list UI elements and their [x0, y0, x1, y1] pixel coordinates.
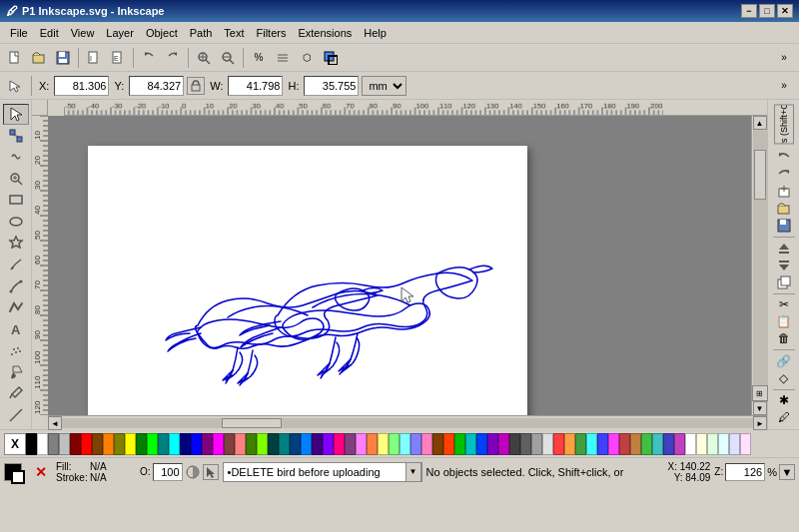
- align-button[interactable]: [272, 47, 294, 69]
- color-swatch[interactable]: [356, 433, 367, 455]
- color-swatch[interactable]: [553, 433, 564, 455]
- horizontal-scroll-track[interactable]: [62, 418, 753, 428]
- new-layer-button[interactable]: [771, 184, 797, 200]
- color-swatch[interactable]: [26, 433, 37, 455]
- color-swatch[interactable]: [597, 433, 608, 455]
- overflow-button[interactable]: »: [773, 47, 795, 69]
- save-button[interactable]: [52, 47, 74, 69]
- lower-layer-button[interactable]: [771, 258, 797, 273]
- raise-layer-button[interactable]: [771, 241, 797, 257]
- link-button[interactable]: 🔗: [771, 353, 797, 369]
- color-swatch[interactable]: [520, 433, 531, 455]
- redo-history-button[interactable]: [771, 167, 797, 183]
- zoom-dropdown-arrow[interactable]: ▼: [779, 464, 795, 480]
- color-swatch[interactable]: [542, 433, 553, 455]
- fill-button-right[interactable]: ◇: [771, 370, 797, 386]
- color-swatch[interactable]: [136, 433, 147, 455]
- vertical-scrollbar[interactable]: ▲ ⊞ ▼: [751, 116, 767, 415]
- eyedropper-tool[interactable]: [3, 383, 29, 404]
- menu-layer[interactable]: Layer: [100, 25, 140, 41]
- rect-tool[interactable]: [3, 190, 29, 211]
- lock-proportions-button[interactable]: [187, 77, 205, 95]
- zoom-tool[interactable]: [3, 169, 29, 190]
- scroll-down-button[interactable]: ▼: [753, 401, 767, 415]
- color-swatch[interactable]: [125, 433, 136, 455]
- color-swatch[interactable]: [509, 433, 520, 455]
- scroll-left-button[interactable]: ◄: [48, 416, 62, 430]
- color-swatch[interactable]: [114, 433, 125, 455]
- calligraphy-tool[interactable]: [3, 297, 29, 318]
- snap-button[interactable]: %: [248, 47, 270, 69]
- color-swatch[interactable]: [48, 433, 59, 455]
- undo-button[interactable]: [138, 47, 160, 69]
- w-input[interactable]: [228, 76, 283, 96]
- new-button[interactable]: [4, 47, 26, 69]
- color-swatch[interactable]: [235, 433, 246, 455]
- layers-panel-toggle[interactable]: Layers (Shift+Ctrl+L): [774, 104, 794, 144]
- color-swatch[interactable]: [147, 433, 158, 455]
- menu-view[interactable]: View: [65, 25, 101, 41]
- no-color-button[interactable]: X: [4, 433, 26, 455]
- color-swatch[interactable]: [268, 433, 279, 455]
- zoom-in-button[interactable]: [193, 47, 215, 69]
- import-button[interactable]: I: [83, 47, 105, 69]
- cut-button[interactable]: ✂: [771, 296, 797, 312]
- color-swatch[interactable]: [410, 433, 421, 455]
- color-swatch[interactable]: [213, 433, 224, 455]
- color-swatch[interactable]: [191, 433, 202, 455]
- menu-help[interactable]: Help: [358, 25, 393, 41]
- layer-dropdown-container[interactable]: •DELETE bird before uploading ▼: [223, 462, 422, 482]
- node-editor-button[interactable]: ⬡: [296, 47, 318, 69]
- color-swatch[interactable]: [400, 433, 410, 455]
- menu-file[interactable]: File: [4, 25, 34, 41]
- color-swatch[interactable]: [246, 433, 257, 455]
- color-swatch[interactable]: [575, 433, 586, 455]
- color-swatch[interactable]: [301, 433, 312, 455]
- open-file-button[interactable]: [771, 201, 797, 217]
- color-swatch[interactable]: [92, 433, 103, 455]
- unit-select[interactable]: mmpxinpt: [362, 76, 406, 96]
- color-swatch[interactable]: [729, 433, 740, 455]
- tweak-tool[interactable]: [3, 147, 29, 168]
- color-swatch[interactable]: [312, 433, 323, 455]
- color-swatch[interactable]: [389, 433, 400, 455]
- color-swatch[interactable]: [202, 433, 213, 455]
- drawing-canvas[interactable]: [88, 146, 527, 415]
- color-swatch[interactable]: [685, 433, 696, 455]
- scroll-right-button[interactable]: ►: [753, 416, 767, 430]
- select-tool-indicator[interactable]: [4, 75, 26, 97]
- color-swatch[interactable]: [608, 433, 619, 455]
- color-swatch[interactable]: [169, 433, 180, 455]
- fill-indicator[interactable]: [4, 463, 22, 481]
- stroke-indicator[interactable]: [11, 470, 25, 484]
- menu-extensions[interactable]: Extensions: [292, 25, 358, 41]
- menu-text[interactable]: Text: [218, 25, 250, 41]
- close-button[interactable]: ✕: [777, 4, 793, 18]
- color-swatch[interactable]: [158, 433, 169, 455]
- snap-path-button[interactable]: 🖊: [771, 409, 797, 425]
- color-swatch[interactable]: [323, 433, 334, 455]
- color-swatch[interactable]: [378, 433, 389, 455]
- color-swatch[interactable]: [432, 433, 443, 455]
- menu-path[interactable]: Path: [184, 25, 219, 41]
- menu-filters[interactable]: Filters: [251, 25, 293, 41]
- layer-dropdown-arrow[interactable]: ▼: [405, 462, 421, 482]
- color-swatch[interactable]: [663, 433, 674, 455]
- color-swatch[interactable]: [279, 433, 290, 455]
- paste-button[interactable]: 📋: [771, 313, 797, 329]
- color-swatch[interactable]: [674, 433, 685, 455]
- color-swatch[interactable]: [454, 433, 465, 455]
- save-file-button[interactable]: [771, 218, 797, 234]
- color-swatch[interactable]: [465, 433, 476, 455]
- color-swatch[interactable]: [487, 433, 498, 455]
- scroll-up-button[interactable]: ▲: [753, 116, 767, 130]
- color-swatch[interactable]: [641, 433, 652, 455]
- color-swatch[interactable]: [334, 433, 345, 455]
- color-swatch[interactable]: [476, 433, 487, 455]
- node-tool[interactable]: [3, 126, 29, 147]
- color-swatch[interactable]: [257, 433, 268, 455]
- color-swatch[interactable]: [564, 433, 575, 455]
- color-swatch[interactable]: [103, 433, 114, 455]
- ellipse-tool[interactable]: [3, 212, 29, 233]
- color-swatch[interactable]: [37, 433, 48, 455]
